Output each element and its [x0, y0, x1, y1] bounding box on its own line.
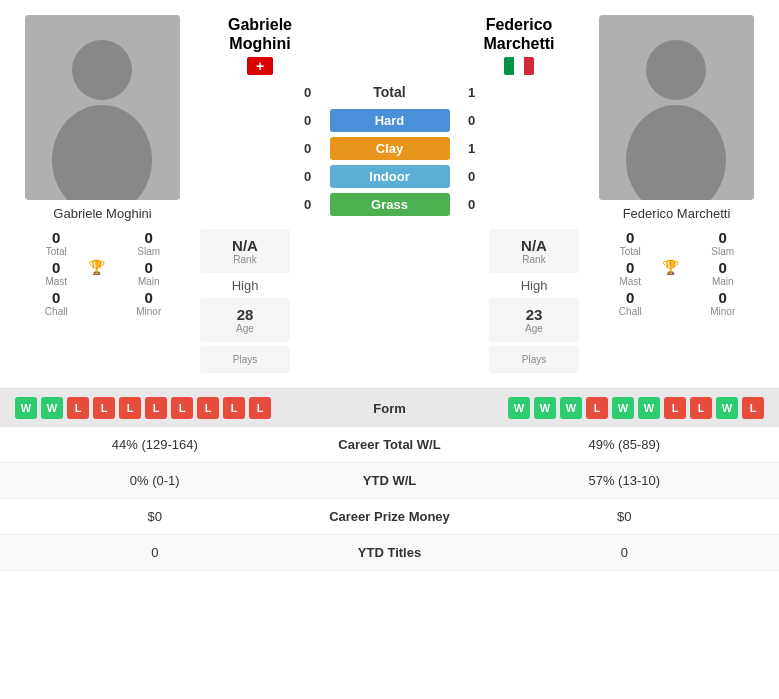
right-total-value: 0 [626, 229, 634, 246]
stats-center-label: Career Total W/L [290, 437, 490, 452]
left-rank-box: N/A Rank [200, 229, 290, 273]
right-main-label: Main [712, 276, 734, 287]
right-slam-label: Slam [711, 246, 734, 257]
left-player-column: Gabriele Moghini 0 Total 0 Slam 0 Mast 🏆… [10, 15, 195, 373]
left-minor-stat: 0 Minor [108, 289, 191, 317]
indoor-button[interactable]: Indoor [330, 165, 450, 188]
right-mast-label: Mast [619, 276, 641, 287]
svg-point-1 [72, 40, 132, 100]
right-name-top: Federico Marchetti [459, 15, 579, 53]
form-badge: L [664, 397, 686, 419]
stats-row: $0Career Prize Money$0 [0, 499, 779, 535]
left-form-badges: WWLLLLLLLL [15, 397, 342, 419]
left-chall-stat: 0 Chall [15, 289, 98, 317]
left-plays-box: Plays [200, 346, 290, 373]
right-chall-stat: 0 Chall [589, 289, 672, 317]
left-total-value: 0 [52, 229, 60, 246]
grass-row: 0 Grass 0 [200, 193, 579, 216]
rank-boxes-row: N/A Rank N/A Rank [200, 229, 579, 273]
form-badge: L [67, 397, 89, 419]
left-total-label: Total [46, 246, 67, 257]
left-main-value: 0 [145, 259, 153, 276]
names-row: Gabriele Moghini Federico Marchetti [200, 15, 579, 53]
hard-btn-wrap[interactable]: Hard [330, 109, 450, 132]
right-chall-label: Chall [619, 306, 642, 317]
stats-left-value: $0 [20, 509, 290, 524]
stats-row: 0YTD Titles0 [0, 535, 779, 571]
flags-row [200, 57, 579, 75]
left-minor-value: 0 [145, 289, 153, 306]
hard-button[interactable]: Hard [330, 109, 450, 132]
form-badge: W [612, 397, 634, 419]
right-rank-label: Rank [522, 254, 545, 265]
stats-center-label: YTD Titles [290, 545, 490, 560]
left-rank-label: Rank [233, 254, 256, 265]
left-mast-stat: 0 Mast [15, 259, 98, 287]
right-rank-value: N/A [521, 237, 547, 254]
stats-table: 44% (129-164)Career Total W/L49% (85-89)… [0, 427, 779, 571]
left-minor-label: Minor [136, 306, 161, 317]
left-total-stat: 0 Total [15, 229, 98, 257]
right-main-value: 0 [719, 259, 727, 276]
stats-right-value: $0 [490, 509, 760, 524]
right-mast-stat: 0 Mast [589, 259, 672, 287]
form-badge: W [534, 397, 556, 419]
left-mast-value: 0 [52, 259, 60, 276]
left-mast-label: Mast [45, 276, 67, 287]
stats-right-value: 57% (13-10) [490, 473, 760, 488]
left-slam-value: 0 [145, 229, 153, 246]
right-mast-value: 0 [626, 259, 634, 276]
right-age-box: 23 Age [489, 298, 579, 342]
flag-it-green [504, 57, 514, 75]
form-badge: L [197, 397, 219, 419]
form-badge: W [638, 397, 660, 419]
stats-center-label: YTD W/L [290, 473, 490, 488]
right-indoor-score: 0 [458, 169, 486, 184]
form-badge: W [41, 397, 63, 419]
total-row: 0 Total 1 [294, 83, 486, 101]
left-plays-label: Plays [233, 354, 257, 365]
svg-point-4 [646, 40, 706, 100]
right-total-label: Total [620, 246, 641, 257]
left-rank-value: N/A [232, 237, 258, 254]
left-total-score: 0 [294, 85, 322, 100]
high-row: High High [200, 278, 579, 293]
grass-btn-wrap[interactable]: Grass [330, 193, 450, 216]
right-hard-score: 0 [458, 113, 486, 128]
hard-row: 0 Hard 0 [200, 109, 579, 132]
form-badge: W [716, 397, 738, 419]
left-age-value: 28 [237, 306, 254, 323]
left-clay-score: 0 [294, 141, 322, 156]
right-plays-label: Plays [522, 354, 546, 365]
right-player-column: Federico Marchetti 0 Total 0 Slam 0 Mast… [584, 15, 769, 373]
left-flag [247, 57, 273, 75]
indoor-btn-wrap[interactable]: Indoor [330, 165, 450, 188]
form-badge: L [145, 397, 167, 419]
left-stats-grid: 0 Total 0 Slam 0 Mast 🏆 0 Main 0 [10, 229, 195, 317]
clay-btn-wrap[interactable]: Clay [330, 137, 450, 160]
left-hard-score: 0 [294, 113, 322, 128]
form-badge: L [249, 397, 271, 419]
form-badge: L [690, 397, 712, 419]
stats-row: 0% (0-1)YTD W/L57% (13-10) [0, 463, 779, 499]
right-chall-value: 0 [626, 289, 634, 306]
right-slam-value: 0 [719, 229, 727, 246]
left-player-photo [25, 15, 180, 200]
form-label: Form [350, 401, 430, 416]
clay-button[interactable]: Clay [330, 137, 450, 160]
form-badge: W [508, 397, 530, 419]
form-badge: L [223, 397, 245, 419]
grass-button[interactable]: Grass [330, 193, 450, 216]
flag-it-red [524, 57, 534, 75]
left-high: High [200, 278, 290, 293]
right-slam-stat: 0 Slam [682, 229, 765, 257]
age-boxes-row: 28 Age 23 Age [200, 298, 579, 342]
right-flag [504, 57, 534, 75]
right-player-photo [599, 15, 754, 200]
plays-row: Plays Plays [200, 346, 579, 373]
stats-left-value: 0 [20, 545, 290, 560]
left-main-stat: 🏆 0 Main [108, 259, 191, 287]
right-stats-grid: 0 Total 0 Slam 0 Mast 🏆 0 Main 0 [584, 229, 769, 317]
right-age-value: 23 [526, 306, 543, 323]
total-label: Total [330, 83, 450, 101]
